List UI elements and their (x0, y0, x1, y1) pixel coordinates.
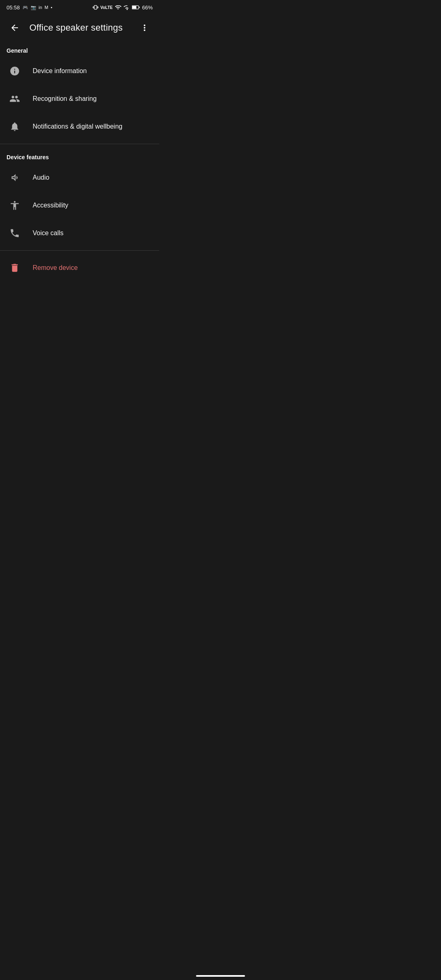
wifi-icon (115, 4, 121, 11)
status-bar-right: VoLTE 66% (93, 4, 153, 11)
instagram-icon: 📷 (31, 5, 36, 10)
settings-item-remove-device[interactable]: Remove device (0, 254, 159, 282)
linkedin-icon: in (39, 5, 42, 10)
notifications-wellbeing-label: Notifications & digital wellbeing (33, 123, 122, 130)
battery-icon (132, 4, 140, 10)
recognition-sharing-label: Recognition & sharing (33, 95, 97, 102)
settings-item-audio[interactable]: Audio (0, 164, 159, 192)
page-title: Office speaker settings (29, 22, 130, 33)
back-button[interactable] (7, 20, 23, 36)
status-bar-left: 05:58 🎮 📷 in M • (7, 4, 52, 11)
trash-icon (7, 260, 23, 276)
signal-icon (123, 4, 130, 11)
divider-2 (0, 250, 159, 251)
section-header-device-features: Device features (0, 147, 159, 164)
more-options-button[interactable] (136, 20, 153, 36)
accessibility-label: Accessibility (33, 202, 68, 209)
remove-device-label: Remove device (33, 264, 78, 272)
battery-percent: 66% (142, 4, 153, 11)
status-time: 05:58 (7, 4, 20, 11)
svg-rect-2 (139, 7, 140, 8)
bell-icon (7, 118, 23, 135)
settings-item-voice-calls[interactable]: Voice calls (0, 219, 159, 247)
device-information-label: Device information (33, 67, 87, 75)
settings-item-accessibility[interactable]: Accessibility (0, 192, 159, 219)
people-icon (7, 91, 23, 107)
discord-icon: 🎮 (22, 5, 28, 10)
audio-label: Audio (33, 174, 49, 181)
accessibility-icon (7, 197, 23, 214)
settings-item-recognition-sharing[interactable]: Recognition & sharing (0, 85, 159, 113)
app-bar: Office speaker settings (0, 15, 159, 41)
info-icon (7, 63, 23, 79)
voice-calls-label: Voice calls (33, 229, 64, 237)
svg-rect-1 (132, 6, 136, 9)
divider-1 (0, 144, 159, 144)
settings-item-device-information[interactable]: Device information (0, 57, 159, 85)
dot-icon: • (51, 5, 52, 10)
section-header-general: General (0, 41, 159, 57)
status-bar: 05:58 🎮 📷 in M • VoLTE 66% (0, 0, 159, 15)
lte-icon: VoLTE (100, 5, 113, 10)
vibrate-icon (93, 4, 98, 10)
gmail-icon: M (45, 5, 48, 10)
phone-icon (7, 225, 23, 241)
settings-item-notifications-wellbeing[interactable]: Notifications & digital wellbeing (0, 113, 159, 140)
audio-icon (7, 169, 23, 186)
